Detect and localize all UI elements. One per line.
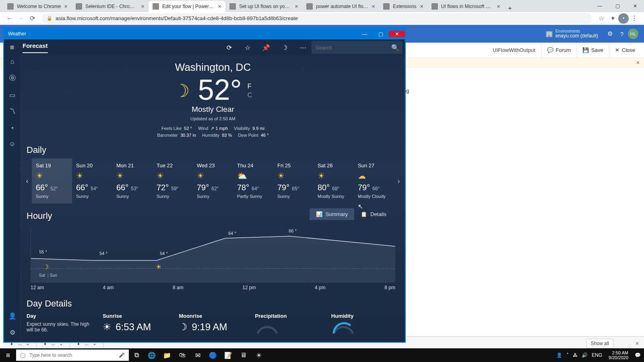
explorer-icon[interactable]: 📁 (159, 352, 175, 359)
tray-sound-icon[interactable]: 🔊 (582, 352, 588, 358)
tab-close-icon[interactable]: ✕ (218, 4, 221, 9)
search-icon[interactable]: 🔍 (388, 44, 402, 51)
user-badge[interactable]: HL (628, 29, 638, 39)
sidebar-settings-icon[interactable]: ⚙ (10, 329, 15, 336)
daily-card[interactable]: Sun 27☁79°66°Mostly Cloudy (354, 158, 394, 204)
weather-titlebar[interactable]: Weather — ▢ ✕ (4, 28, 405, 39)
daily-card[interactable]: Tue 22☀72°59°Sunny (153, 158, 193, 204)
notifications-icon[interactable]: 💬 (635, 352, 641, 358)
address-bar[interactable]: 🔒 asia.flow.microsoft.com/manage/environ… (42, 13, 592, 24)
new-tab-button[interactable]: + (504, 5, 516, 12)
weather-minimize-button[interactable]: — (357, 31, 373, 37)
search-input[interactable] (312, 45, 388, 51)
browser-tab[interactable]: UI flows in Microsoft Power Auto✕ (427, 1, 504, 12)
tab-close-icon[interactable]: ✕ (141, 4, 144, 9)
tray-up-icon[interactable]: ˄ (566, 352, 569, 358)
settings-app-icon[interactable]: 🖥 (236, 352, 251, 359)
taskbar-search[interactable]: ◯ Type here to search 🎤 (16, 350, 129, 361)
unit-f[interactable]: F (248, 83, 252, 90)
sidebar-history-icon[interactable]: ▭ (9, 91, 15, 99)
condition-text: Mostly Clear (21, 105, 405, 114)
daily-card[interactable]: Mon 21☀66°53°Sunny (112, 158, 153, 204)
minimize-button[interactable]: — (591, 0, 609, 12)
daily-card[interactable]: Sat 26☀80°68°Mostly Sunny (314, 158, 354, 204)
start-button[interactable]: ⊞ (0, 352, 16, 358)
browser-tab[interactable]: Extensions✕ (379, 1, 427, 12)
chart-label: 55 ° (39, 249, 47, 254)
back-button[interactable]: ← (4, 13, 15, 24)
help-icon[interactable]: ? (616, 31, 628, 37)
notepad-icon[interactable]: 📝 (221, 352, 236, 359)
forecast-tab[interactable]: Forecast (23, 42, 48, 53)
tab-close-icon[interactable]: ✕ (64, 4, 68, 9)
profile-avatar[interactable]: • (618, 13, 629, 24)
extensions-icon[interactable]: ✦ (607, 13, 618, 24)
details-button[interactable]: 📋Details (354, 208, 393, 220)
hamburger-icon[interactable]: ≡ (4, 43, 20, 52)
browser-tab[interactable]: power automate UI flow require✕ (302, 1, 379, 12)
downloads-close-icon[interactable]: ✕ (635, 341, 639, 346)
day-text: Expect sunny skies. The high will be 66. (27, 321, 95, 333)
weather-close-button[interactable]: ✕ (389, 31, 405, 37)
daily-card[interactable]: Sat 19☀66°52°Sunny (32, 158, 72, 204)
edge-icon[interactable]: 🌐 (144, 352, 159, 359)
forward-button[interactable]: → (15, 13, 27, 24)
refresh-icon[interactable]: ⟳ (221, 44, 237, 51)
sidebar-account-icon[interactable]: 👤 (8, 312, 17, 320)
weather-taskbar-icon[interactable]: ☀ (251, 352, 266, 359)
daily-card[interactable]: Fri 25☀79°65°Sunny (273, 158, 314, 204)
sidebar-map-icon[interactable]: ⓔ (9, 74, 16, 82)
pin-icon[interactable]: 📌 (258, 44, 275, 51)
task-view-icon[interactable]: ⧉ (129, 352, 144, 359)
weather-search[interactable]: 🔍 (312, 41, 402, 54)
taskbar: ⊞ ◯ Type here to search 🎤 ⧉ 🌐 📁 🛍 ✉ 🔵 📝 … (0, 348, 644, 362)
tab-close-icon[interactable]: ✕ (497, 4, 500, 9)
tab-close-icon[interactable]: ✕ (420, 4, 423, 9)
environment-icon[interactable]: 🏢 (543, 30, 555, 37)
chrome-menu-icon[interactable]: ⋮ (629, 13, 640, 24)
info-close-icon[interactable]: ✕ (636, 60, 640, 66)
weather-maximize-button[interactable]: ▢ (373, 31, 389, 37)
daily-card[interactable]: Wed 23☀79°62°Sunny (193, 158, 233, 204)
night-mode-icon[interactable]: ☽ (276, 44, 293, 51)
tray-people-icon[interactable]: 👤 (556, 352, 562, 358)
flow-name[interactable]: UIFlowWithOutput (487, 43, 541, 58)
taskbar-clock[interactable]: 2:50 AM 9/20/2020 (606, 350, 631, 360)
show-all-downloads[interactable]: Show all (586, 339, 613, 348)
close-window-button[interactable]: ✕ (626, 0, 644, 12)
tab-close-icon[interactable]: ✕ (372, 4, 375, 9)
more-icon[interactable]: ⋯ (295, 44, 312, 51)
bookmark-icon[interactable]: ☆ (596, 13, 607, 24)
daily-prev-arrow[interactable]: ‹ (23, 177, 32, 185)
browser-tab[interactable]: Edit your flow | Power Automate✕ (149, 1, 225, 12)
unit-c[interactable]: C (248, 92, 252, 99)
reload-button[interactable]: ⟳ (27, 13, 38, 24)
unit-toggle[interactable]: F C (248, 83, 252, 99)
daily-card[interactable]: Sun 20☀66°54°Sunny (72, 158, 112, 204)
chrome-icon[interactable]: 🔵 (205, 352, 221, 359)
hour-axis: 12 am4 am8 am12 pm4 pm8 pm (31, 285, 395, 290)
environment-picker[interactable]: Environments enayu.com (default) (555, 29, 598, 39)
sidebar-chart-icon[interactable]: 〽 (9, 108, 16, 115)
tray-network-icon[interactable]: 🖧 (573, 352, 578, 358)
close-icon: ✕ (615, 47, 619, 53)
summary-button[interactable]: 📊Summary (310, 208, 355, 220)
sidebar-places-icon[interactable]: ⋆ (10, 124, 14, 132)
close-button[interactable]: ✕Close (609, 43, 641, 58)
daily-card[interactable]: Thu 24⛅78°64°Partly Sunny (233, 158, 273, 204)
settings-icon[interactable]: ⚙ (604, 30, 616, 37)
save-button[interactable]: 💾Save (576, 43, 609, 58)
browser-tab[interactable]: Selenium IDE - Chrome Web Sto✕ (72, 1, 149, 12)
tab-close-icon[interactable]: ✕ (295, 4, 298, 9)
forum-button[interactable]: 💬Forum (541, 43, 577, 58)
sidebar-home-icon[interactable]: ⌂ (10, 58, 14, 65)
mail-icon[interactable]: ✉ (190, 352, 205, 359)
sidebar-feedback-icon[interactable]: ☺ (9, 140, 15, 148)
browser-tab[interactable]: Set up UI flows on your device -✕ (225, 1, 302, 12)
maximize-button[interactable]: ▢ (609, 0, 626, 12)
daily-next-arrow[interactable]: › (394, 177, 403, 185)
tray-lang[interactable]: ENG (592, 352, 602, 358)
favorite-icon[interactable]: ☆ (239, 44, 256, 51)
store-icon[interactable]: 🛍 (175, 352, 190, 359)
browser-tab[interactable]: Welcome to Chrome✕ (3, 1, 72, 12)
